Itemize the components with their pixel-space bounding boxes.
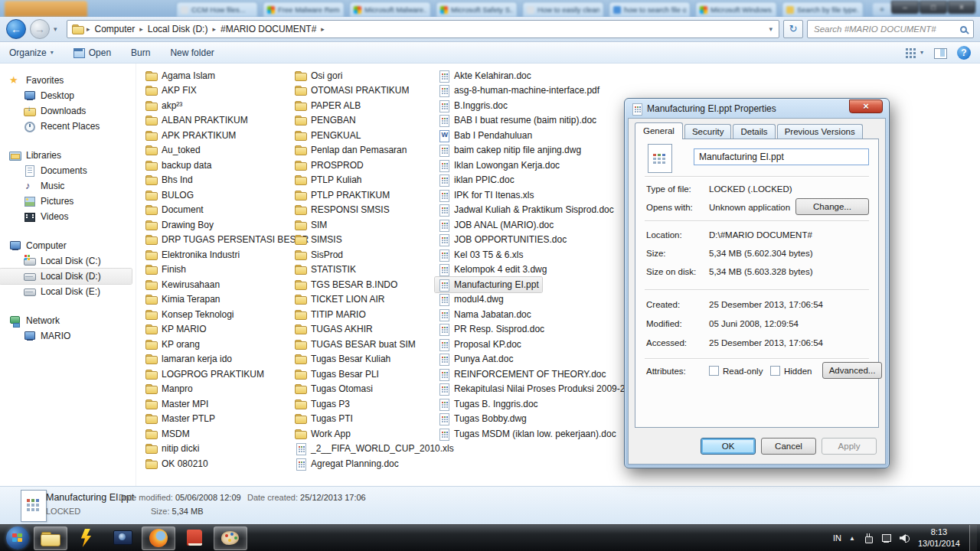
file-item[interactable]: IPK for TI Itenas.xls — [435, 187, 537, 203]
history-dropdown-icon[interactable] — [54, 25, 63, 33]
address-bar[interactable]: ComputerLocal Disk (D:)#MARIO DOCUMENT# — [67, 20, 779, 38]
breadcrumb-computer[interactable]: Computer — [93, 24, 138, 34]
file-item[interactable]: Bab I Pendahuluan — [435, 128, 535, 143]
power-plug-icon[interactable] — [863, 533, 874, 543]
folder-item[interactable]: Penlap dan Pemasaran — [292, 143, 410, 158]
browser-tab[interactable]: How to easily clean... — [522, 2, 604, 17]
folder-item[interactable]: nitip dicki — [142, 442, 202, 457]
folder-item[interactable]: TITIP MARIO — [292, 307, 369, 322]
folder-item[interactable]: Master PTLP — [142, 412, 218, 427]
minimize-button[interactable] — [891, 1, 919, 14]
folder-item[interactable]: Tugas PTI — [292, 412, 356, 427]
file-item[interactable]: JOB OPPORTUNITIES.doc — [435, 233, 570, 248]
forward-button[interactable] — [30, 19, 50, 39]
folder-item[interactable]: Osi gori — [292, 68, 345, 83]
browser-tab[interactable]: CCM How files... — [176, 2, 258, 17]
file-name-field[interactable]: Manufacturing EI.ppt — [694, 148, 869, 165]
network-tray-icon[interactable] — [881, 533, 892, 543]
new-tab-button[interactable] — [873, 3, 891, 16]
folder-item[interactable]: Manpro — [142, 382, 196, 397]
folder-item[interactable]: OK 080210 — [142, 456, 211, 471]
browser-tab[interactable]: Microsoft Safety S... — [436, 2, 518, 17]
maximize-button[interactable] — [920, 1, 947, 14]
file-item[interactable]: Rekapitulasi Nilai Proses Produksi 2009-… — [435, 382, 646, 397]
change-view-button[interactable] — [905, 47, 923, 58]
preview-pane-icon[interactable] — [934, 47, 946, 58]
folder-item[interactable]: Master MPI — [142, 396, 211, 412]
folder-item[interactable]: DRP TUGAS PERSENTASI BESAR — [142, 233, 289, 248]
hidden-checkbox[interactable] — [770, 366, 780, 376]
file-item[interactable]: PR Resp. Sisprod.doc — [435, 322, 547, 337]
folder-item[interactable]: TICKET LION AIR — [292, 292, 387, 308]
sidebar-desktop[interactable]: Desktop — [0, 88, 132, 103]
language-indicator[interactable]: IN — [833, 533, 841, 543]
dialog-close-button[interactable] — [849, 99, 883, 113]
folder-item[interactable]: PENGBAN — [292, 113, 359, 129]
folder-item[interactable]: TGS BESAR B.INDO — [292, 277, 400, 292]
folder-item[interactable]: backup data — [142, 158, 214, 173]
browser-tab[interactable]: Search by file type... — [782, 2, 864, 17]
sidebar-downloads[interactable]: Downloads — [0, 103, 132, 119]
folder-item[interactable]: Work App — [292, 426, 354, 442]
folder-item[interactable]: LOGPROG PRAKTIKUM — [142, 367, 267, 382]
browser-tab[interactable]: how to search file o... — [609, 2, 691, 17]
folder-item[interactable]: PENGKUAL — [292, 128, 364, 143]
advanced-button[interactable]: Advanced... — [822, 362, 882, 379]
refresh-button[interactable] — [783, 20, 803, 38]
folder-item[interactable]: BULOG — [142, 187, 197, 203]
organize-button[interactable]: Organize — [9, 47, 54, 58]
back-button[interactable] — [6, 19, 26, 39]
file-item[interactable]: Tugas Bobby.dwg — [435, 412, 530, 427]
folder-item[interactable]: Tugas Otomasi — [292, 382, 376, 397]
file-item[interactable]: BAB I buat resume (baim nitip).doc — [435, 113, 599, 129]
folder-item[interactable]: SisProd — [292, 247, 346, 262]
file-item[interactable]: Punya Aat.doc — [435, 352, 516, 367]
file-item[interactable]: asg-8-human-machine-interface.pdf — [435, 83, 603, 99]
clock[interactable]: 8:13 13/01/2014 — [918, 527, 960, 549]
file-item[interactable]: Proposal KP.doc — [435, 337, 524, 352]
folder-item[interactable]: Kewirusahaan — [142, 277, 223, 292]
folder-item[interactable]: RESPONSI SMSIS — [292, 203, 393, 218]
file-item[interactable]: Akte Kelahiran.doc — [435, 68, 534, 83]
file-item[interactable]: modul4.dwg — [435, 292, 507, 308]
taskbar-dictionary[interactable] — [178, 527, 211, 550]
file-item[interactable]: _2__FIFA_WORLD_CUP_2010.xls — [292, 442, 434, 457]
sidebar-local-disk-e[interactable]: Local Disk (E:) — [0, 284, 132, 299]
file-item[interactable]: iklan PPIC.doc — [435, 173, 518, 188]
file-item[interactable]: Jadwal Kuliah & Praktikum Sisprod.doc — [435, 203, 617, 218]
folder-item[interactable]: ALBAN PRAKTIKUM — [142, 113, 251, 129]
file-item[interactable]: Nama Jabatan.doc — [435, 307, 534, 322]
open-button[interactable]: Open — [74, 47, 111, 58]
folder-item[interactable]: Elektronika Industri — [142, 247, 243, 262]
folder-item[interactable]: PAPER ALB — [292, 98, 364, 113]
folder-item[interactable]: SIM — [292, 217, 330, 233]
taskbar-explorer[interactable] — [34, 527, 67, 550]
help-icon[interactable] — [957, 46, 971, 60]
file-item[interactable]: Tugas B. Inggris.doc — [435, 396, 541, 412]
sidebar-favorites[interactable]: Favorites — [0, 73, 132, 88]
dialog-tab-general[interactable]: General — [635, 122, 683, 139]
sidebar-mario[interactable]: MARIO — [0, 328, 132, 344]
folder-item[interactable]: APK PRAKTIKUM — [142, 128, 239, 143]
new-folder-button[interactable]: New folder — [170, 47, 214, 58]
folder-item[interactable]: PROSPROD — [292, 158, 367, 173]
folder-item[interactable]: KP MARIO — [142, 322, 209, 337]
burn-button[interactable]: Burn — [131, 47, 150, 58]
folder-item[interactable]: TUGAS AKHIR — [292, 322, 376, 337]
folder-item[interactable]: Finish — [142, 262, 189, 278]
file-item[interactable]: JOB ANAL (MARIO).doc — [435, 217, 557, 233]
folder-item[interactable]: PTLP Kuliah — [292, 173, 365, 188]
folder-item[interactable]: MSDM — [142, 426, 193, 442]
browser-tab[interactable]: Free Malware Rem... — [263, 2, 345, 17]
folder-item[interactable]: lamaran kerja ido — [142, 352, 235, 367]
breadcrumb-local-disk-d[interactable]: Local Disk (D:) — [145, 24, 211, 34]
folder-item[interactable]: SIMSIS — [292, 233, 345, 248]
folder-item[interactable]: Kimia Terapan — [142, 292, 224, 308]
address-dropdown-icon[interactable] — [767, 25, 774, 33]
show-desktop-button[interactable] — [969, 525, 977, 551]
folder-item[interactable]: Bhs Ind — [142, 173, 196, 188]
folder-item[interactable]: akp²³ — [142, 98, 185, 113]
search-box[interactable]: Search #MARIO DOCUMENT# — [807, 20, 974, 38]
folder-item[interactable]: Document — [142, 203, 207, 218]
sidebar-pictures[interactable]: Pictures — [0, 194, 132, 209]
